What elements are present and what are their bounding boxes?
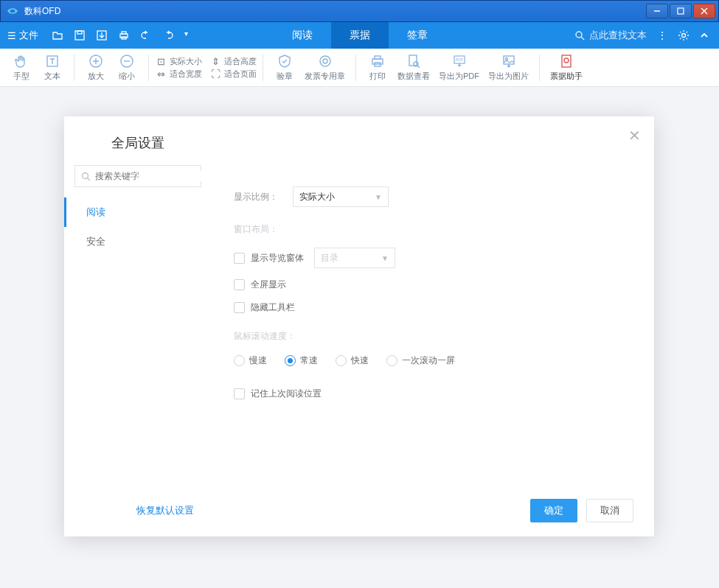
svg-point-29 [505,58,507,60]
save-icon[interactable] [74,29,86,41]
more-icon[interactable]: ⋮ [657,29,667,41]
svg-line-33 [88,178,91,181]
image-icon [501,53,516,69]
svg-rect-21 [375,56,381,59]
stamp-icon [318,53,333,69]
fullscreen-label: 全屏显示 [251,279,286,291]
settings-dialog: ✕ 全局设置 阅读 安全 显示比例： 实际大小 ▼ [64,116,654,536]
remember-position-checkbox[interactable] [234,388,245,399]
close-button[interactable] [693,4,715,18]
shield-icon [277,53,292,69]
hide-toolbar-checkbox[interactable] [234,302,245,313]
window-title: 数科OFD [24,5,646,18]
print-icon[interactable] [118,29,130,41]
settings-search[interactable] [74,165,201,187]
ribbon-toolbar: 手型 文本 放大 缩小 ⊡实际大小 ⇔适合宽度 ⇕适合高度 ⛶适合页面 验章 发… [0,49,719,87]
svg-rect-6 [75,31,84,40]
redo-icon[interactable] [162,29,174,41]
fit-height[interactable]: ⇕适合高度 [209,56,257,67]
remember-position-label: 记住上次阅读位置 [251,388,322,400]
layout-section-label: 窗口布局： [234,223,632,236]
maximize-button[interactable] [670,4,692,18]
svg-rect-3 [678,8,684,14]
fit-width[interactable]: ⇔适合宽度 [155,69,202,80]
invoice-helper[interactable]: 票据助手 [546,52,587,83]
zoom-out[interactable]: 缩小 [111,52,142,83]
scroll-section-label: 鼠标滚动速度： [234,330,632,343]
hide-toolbar-label: 隐藏工具栏 [251,301,295,314]
file-menu[interactable]: ☰ 文件 [0,29,46,42]
fullscreen-checkbox[interactable] [234,279,245,290]
fit-page[interactable]: ⛶适合页面 [209,69,257,80]
plus-circle-icon [88,53,103,69]
document-search-icon [406,53,421,69]
pdf-icon: PDF [452,53,467,69]
svg-rect-23 [409,55,417,66]
fit-height-icon: ⇕ [209,56,221,67]
text-icon [45,53,60,69]
document-canvas: ✕ 全局设置 阅读 安全 显示比例： 实际大小 ▼ [0,87,719,588]
minimize-button[interactable] [646,4,668,18]
actual-size-icon: ⊡ [155,56,167,67]
speed-page-radio[interactable]: 一次滚动一屏 [386,354,455,367]
svg-rect-7 [77,31,82,34]
speed-normal-radio[interactable]: 常速 [285,354,318,367]
minus-circle-icon [119,53,134,69]
tab-sign[interactable]: 签章 [389,22,446,49]
nav-item-read[interactable]: 阅读 [64,197,212,227]
dropdown-icon[interactable]: ▾ [184,29,188,41]
verify-stamp[interactable]: 验章 [269,52,300,83]
cancel-button[interactable]: 取消 [586,499,633,522]
restore-defaults-link[interactable]: 恢复默认设置 [136,504,194,517]
svg-point-1 [15,10,16,12]
export-pdf[interactable]: PDF导出为PDF [434,52,484,83]
gear-icon[interactable] [678,29,690,41]
invoice-stamp[interactable]: 发票专用章 [300,52,350,83]
svg-line-25 [417,66,420,68]
search-icon [574,30,585,41]
ok-button[interactable]: 确定 [530,499,577,522]
open-icon[interactable] [52,29,63,41]
svg-point-14 [682,34,686,38]
hand-icon [14,53,29,69]
export-image[interactable]: 导出为图片 [484,52,533,83]
svg-rect-20 [372,59,383,64]
svg-line-13 [581,37,584,40]
window-titlebar: 数科OFD [0,0,719,22]
menubar: ☰ 文件 ▾ 阅读 票据 签章 点此查找文本 ⋮ [0,22,719,49]
print-button[interactable]: 打印 [362,52,393,83]
invoice-helper-icon [559,53,574,69]
svg-point-0 [9,10,10,12]
settings-search-input[interactable] [95,171,206,181]
hamburger-icon: ☰ [7,30,16,41]
settings-content: 显示比例： 实际大小 ▼ 窗口布局： 显示导览窗体 目录 ▼ [212,116,654,485]
collapse-icon[interactable] [700,31,709,40]
dialog-title: 全局设置 [64,134,212,152]
app-icon [5,4,20,18]
speed-fast-radio[interactable]: 快速 [336,354,369,367]
svg-point-31 [564,58,569,63]
hand-tool[interactable]: 手型 [6,52,37,83]
speed-slow-radio[interactable]: 慢速 [234,354,267,367]
svg-point-18 [320,56,330,66]
saveas-icon[interactable] [96,29,108,41]
nav-item-security[interactable]: 安全 [64,227,212,256]
search-hint[interactable]: 点此查找文本 [574,29,647,42]
fit-actual[interactable]: ⊡实际大小 [155,56,202,67]
undo-icon[interactable] [140,29,152,41]
zoom-in[interactable]: 放大 [80,52,111,83]
search-icon [81,172,91,181]
svg-point-32 [83,172,88,178]
nav-panel-select[interactable]: 目录 ▼ [314,248,395,268]
tab-read[interactable]: 阅读 [274,22,331,49]
fit-page-icon: ⛶ [209,69,221,80]
svg-point-19 [323,59,327,63]
text-tool[interactable]: 文本 [37,52,68,83]
data-view[interactable]: 数据查看 [393,52,434,83]
svg-rect-28 [504,56,514,64]
svg-rect-30 [562,55,571,67]
tab-invoice[interactable]: 票据 [331,22,389,49]
show-nav-checkbox[interactable] [234,253,245,264]
chevron-down-icon: ▼ [381,254,389,262]
display-ratio-select[interactable]: 实际大小 ▼ [293,186,389,207]
